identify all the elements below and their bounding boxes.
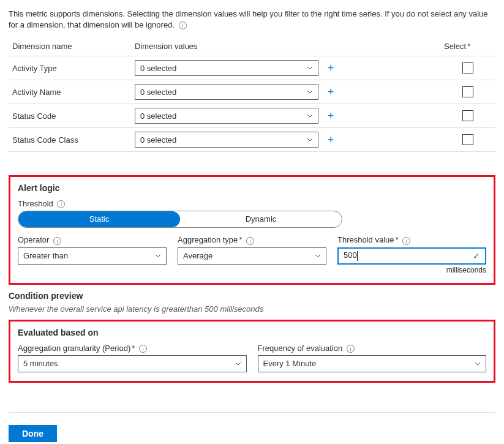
add-icon[interactable]: + <box>323 132 338 147</box>
check-icon: ✓ <box>473 251 480 261</box>
chevron-down-icon <box>307 89 313 95</box>
chevron-down-icon <box>235 361 241 367</box>
add-icon[interactable]: + <box>323 108 338 123</box>
operator-label: Operator i <box>18 235 167 244</box>
col-dimension-name: Dimension name <box>9 37 131 56</box>
info-icon[interactable]: i <box>246 237 254 245</box>
dimension-values-dropdown[interactable]: 0 selected <box>135 108 318 124</box>
col-dimension-values: Dimension values <box>131 37 440 56</box>
granularity-label: Aggregation granularity (Period)* i <box>18 344 247 353</box>
chevron-down-icon <box>307 113 313 119</box>
intro-text: This metric supports dimensions. Selecti… <box>9 9 495 31</box>
select-checkbox[interactable] <box>462 62 473 73</box>
threshold-label: Threshold i <box>18 199 486 208</box>
table-row: Activity Name 0 selected + <box>9 80 495 104</box>
threshold-unit: milliseconds <box>337 266 486 274</box>
operator-dropdown[interactable]: Greater than <box>18 247 167 265</box>
evaluated-section: Evaluated based on Aggregation granulari… <box>9 320 495 383</box>
chevron-down-icon <box>155 253 161 259</box>
threshold-toggle[interactable]: Static Dynamic <box>18 211 342 228</box>
select-checkbox[interactable] <box>462 86 473 97</box>
divider <box>9 412 495 413</box>
toggle-dynamic[interactable]: Dynamic <box>180 211 342 227</box>
chevron-down-icon <box>307 137 313 143</box>
add-icon[interactable]: + <box>323 61 338 75</box>
dimension-name-cell: Activity Type <box>9 56 131 80</box>
dimension-values-dropdown[interactable]: 0 selected <box>135 60 318 76</box>
threshold-value-input[interactable]: 500 ✓ <box>337 247 486 265</box>
col-select: Select* <box>440 37 495 56</box>
select-checkbox[interactable] <box>462 110 473 121</box>
threshold-value-label: Threshold value* i <box>337 235 486 244</box>
info-icon[interactable]: i <box>402 237 410 245</box>
alert-logic-title: Alert logic <box>18 183 486 193</box>
info-icon[interactable]: i <box>347 345 355 353</box>
info-icon[interactable]: i <box>179 21 187 29</box>
info-icon[interactable]: i <box>57 200 65 208</box>
dimension-name-cell: Status Code <box>9 104 131 128</box>
granularity-dropdown[interactable]: 5 minutes <box>18 355 247 372</box>
frequency-label: Frequency of evaluation i <box>258 344 487 353</box>
info-icon[interactable]: i <box>53 237 61 245</box>
evaluated-title: Evaluated based on <box>18 328 486 337</box>
dimension-name-cell: Activity Name <box>9 80 131 104</box>
info-icon[interactable]: i <box>139 345 147 353</box>
table-row: Status Code Class 0 selected + <box>9 128 495 152</box>
alert-logic-section: Alert logic Threshold i Static Dynamic O… <box>9 175 495 284</box>
dimension-name-cell: Status Code Class <box>9 128 131 152</box>
aggregation-type-dropdown[interactable]: Average <box>178 247 326 265</box>
table-row: Activity Type 0 selected + <box>9 56 495 80</box>
condition-preview-title: Condition preview <box>9 291 495 301</box>
aggregation-type-label: Aggregation type* i <box>178 235 326 244</box>
select-checkbox[interactable] <box>462 134 473 145</box>
toggle-static[interactable]: Static <box>18 211 180 227</box>
condition-preview-section: Condition preview Whenever the overall s… <box>9 291 495 314</box>
chevron-down-icon <box>475 361 481 367</box>
dimension-values-dropdown[interactable]: 0 selected <box>135 84 318 100</box>
add-icon[interactable]: + <box>323 85 338 99</box>
frequency-dropdown[interactable]: Every 1 Minute <box>258 355 487 372</box>
table-row: Status Code 0 selected + <box>9 104 495 128</box>
condition-preview-text: Whenever the overall service api latency… <box>9 304 495 314</box>
dimensions-table: Dimension name Dimension values Select* … <box>9 37 495 152</box>
dimension-values-dropdown[interactable]: 0 selected <box>135 132 318 148</box>
chevron-down-icon <box>307 65 313 71</box>
chevron-down-icon <box>315 253 321 259</box>
done-button[interactable]: Done <box>9 425 57 442</box>
